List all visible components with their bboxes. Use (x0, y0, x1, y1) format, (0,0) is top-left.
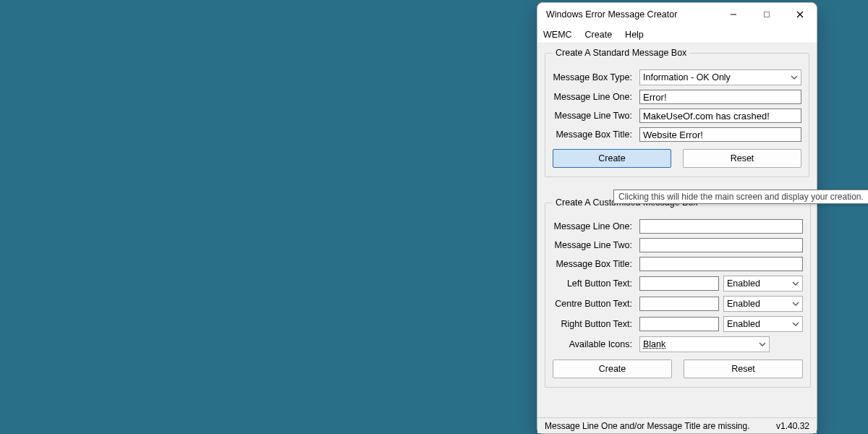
centre-btn-state-combo[interactable]: Enabled (723, 296, 803, 312)
c-line1-label: Message Line One: (553, 221, 635, 231)
right-btn-state-combo[interactable]: Enabled (723, 316, 803, 332)
icons-label: Available Icons: (553, 339, 635, 349)
status-message: Message Line One and/or Message Title ar… (545, 421, 776, 431)
menu-help[interactable]: Help (625, 30, 644, 40)
maximize-button[interactable] (750, 3, 783, 26)
window-title: Windows Error Message Creator (546, 9, 717, 20)
standard-reset-button[interactable]: Reset (683, 149, 801, 168)
app-window: Windows Error Message Creator WEMC Creat… (537, 2, 817, 434)
c-line2-label: Message Line Two: (553, 240, 635, 250)
c-line1-input[interactable] (639, 219, 803, 234)
content-area: Create A Standard Message Box Message Bo… (537, 43, 817, 417)
version-label: v1.40.32 (776, 421, 809, 431)
line2-label: Message Line Two: (553, 111, 635, 121)
titlebar[interactable]: Windows Error Message Creator (537, 3, 817, 26)
custom-create-button[interactable]: Create (553, 359, 672, 378)
custom-group: Create A Customised Message Box Message … (545, 197, 811, 388)
chevron-down-icon (759, 339, 766, 350)
line2-input[interactable] (639, 109, 801, 123)
available-icons-combo[interactable]: Blank (639, 336, 770, 352)
standard-legend: Create A Standard Message Box (553, 48, 689, 58)
chevron-down-icon (792, 299, 799, 310)
standard-create-button[interactable]: Create (553, 149, 671, 168)
menubar: WEMC Create Help (537, 26, 817, 43)
chevron-down-icon (791, 72, 798, 83)
left-btn-state-combo[interactable]: Enabled (723, 276, 803, 292)
left-state-value: Enabled (727, 278, 792, 289)
box-title-label: Message Box Title: (553, 129, 635, 140)
statusbar: Message Line One and/or Message Title ar… (537, 417, 817, 433)
svg-rect-1 (765, 12, 770, 17)
type-value: Information - OK Only (643, 72, 791, 82)
right-state-value: Enabled (727, 319, 792, 329)
tooltip: Clicking this will hide the main screen … (613, 190, 868, 204)
line1-label: Message Line One: (553, 92, 635, 102)
right-btn-label: Right Button Text: (553, 319, 635, 329)
standard-group: Create A Standard Message Box Message Bo… (545, 48, 809, 177)
left-btn-input[interactable] (639, 276, 719, 291)
custom-reset-button[interactable]: Reset (684, 359, 803, 378)
close-button[interactable] (783, 3, 817, 26)
centre-state-value: Enabled (727, 299, 792, 309)
menu-create[interactable]: Create (585, 30, 613, 40)
centre-btn-label: Centre Button Text: (553, 299, 635, 309)
menu-wemc[interactable]: WEMC (543, 30, 572, 40)
chevron-down-icon (792, 319, 799, 330)
icons-value: Blank (643, 339, 759, 349)
c-title-input[interactable] (639, 257, 803, 271)
chevron-down-icon (792, 278, 799, 289)
box-title-input[interactable] (639, 127, 801, 142)
c-title-label: Message Box Title: (553, 259, 635, 269)
line1-input[interactable] (639, 90, 801, 104)
left-btn-label: Left Button Text: (553, 278, 635, 289)
message-box-type-combo[interactable]: Information - OK Only (639, 69, 801, 85)
minimize-button[interactable] (717, 3, 750, 26)
c-line2-input[interactable] (639, 238, 803, 252)
right-btn-input[interactable] (639, 317, 719, 331)
centre-btn-input[interactable] (639, 297, 719, 311)
type-label: Message Box Type: (553, 72, 635, 82)
